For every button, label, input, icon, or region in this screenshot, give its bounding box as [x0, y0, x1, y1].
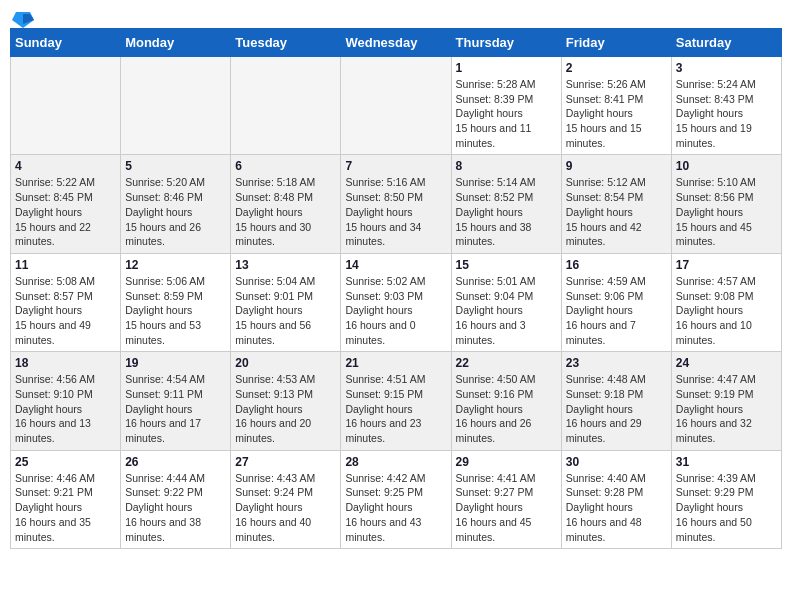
- weekday-header-monday: Monday: [121, 29, 231, 57]
- calendar-day-cell: 9Sunrise: 5:12 AMSunset: 8:54 PMDaylight…: [561, 155, 671, 253]
- day-number: 8: [456, 159, 557, 173]
- day-number: 16: [566, 258, 667, 272]
- day-number: 29: [456, 455, 557, 469]
- day-number: 7: [345, 159, 446, 173]
- page-header: [10, 10, 782, 24]
- weekday-header-sunday: Sunday: [11, 29, 121, 57]
- day-detail: Sunrise: 5:22 AMSunset: 8:45 PMDaylight …: [15, 175, 116, 248]
- day-detail: Sunrise: 5:28 AMSunset: 8:39 PMDaylight …: [456, 77, 557, 150]
- calendar-day-cell: 26Sunrise: 4:44 AMSunset: 9:22 PMDayligh…: [121, 450, 231, 548]
- calendar-day-cell: [121, 57, 231, 155]
- calendar-day-cell: 27Sunrise: 4:43 AMSunset: 9:24 PMDayligh…: [231, 450, 341, 548]
- calendar-day-cell: 11Sunrise: 5:08 AMSunset: 8:57 PMDayligh…: [11, 253, 121, 351]
- calendar-day-cell: 5Sunrise: 5:20 AMSunset: 8:46 PMDaylight…: [121, 155, 231, 253]
- day-number: 25: [15, 455, 116, 469]
- day-detail: Sunrise: 5:16 AMSunset: 8:50 PMDaylight …: [345, 175, 446, 248]
- calendar-day-cell: 1Sunrise: 5:28 AMSunset: 8:39 PMDaylight…: [451, 57, 561, 155]
- day-detail: Sunrise: 4:59 AMSunset: 9:06 PMDaylight …: [566, 274, 667, 347]
- calendar-day-cell: 12Sunrise: 5:06 AMSunset: 8:59 PMDayligh…: [121, 253, 231, 351]
- day-detail: Sunrise: 4:53 AMSunset: 9:13 PMDaylight …: [235, 372, 336, 445]
- calendar-day-cell: 28Sunrise: 4:42 AMSunset: 9:25 PMDayligh…: [341, 450, 451, 548]
- calendar-day-cell: 30Sunrise: 4:40 AMSunset: 9:28 PMDayligh…: [561, 450, 671, 548]
- calendar-day-cell: 25Sunrise: 4:46 AMSunset: 9:21 PMDayligh…: [11, 450, 121, 548]
- day-number: 1: [456, 61, 557, 75]
- calendar-week-row: 4Sunrise: 5:22 AMSunset: 8:45 PMDaylight…: [11, 155, 782, 253]
- day-detail: Sunrise: 4:51 AMSunset: 9:15 PMDaylight …: [345, 372, 446, 445]
- day-number: 19: [125, 356, 226, 370]
- day-number: 13: [235, 258, 336, 272]
- calendar-day-cell: [11, 57, 121, 155]
- calendar-day-cell: 31Sunrise: 4:39 AMSunset: 9:29 PMDayligh…: [671, 450, 781, 548]
- day-number: 18: [15, 356, 116, 370]
- day-number: 10: [676, 159, 777, 173]
- day-number: 20: [235, 356, 336, 370]
- weekday-header-wednesday: Wednesday: [341, 29, 451, 57]
- day-number: 27: [235, 455, 336, 469]
- calendar-day-cell: 22Sunrise: 4:50 AMSunset: 9:16 PMDayligh…: [451, 352, 561, 450]
- day-detail: Sunrise: 4:57 AMSunset: 9:08 PMDaylight …: [676, 274, 777, 347]
- calendar-day-cell: 6Sunrise: 5:18 AMSunset: 8:48 PMDaylight…: [231, 155, 341, 253]
- day-detail: Sunrise: 5:04 AMSunset: 9:01 PMDaylight …: [235, 274, 336, 347]
- calendar-day-cell: 14Sunrise: 5:02 AMSunset: 9:03 PMDayligh…: [341, 253, 451, 351]
- day-number: 24: [676, 356, 777, 370]
- day-detail: Sunrise: 5:06 AMSunset: 8:59 PMDaylight …: [125, 274, 226, 347]
- calendar-day-cell: 4Sunrise: 5:22 AMSunset: 8:45 PMDaylight…: [11, 155, 121, 253]
- day-number: 3: [676, 61, 777, 75]
- day-number: 5: [125, 159, 226, 173]
- calendar-day-cell: 17Sunrise: 4:57 AMSunset: 9:08 PMDayligh…: [671, 253, 781, 351]
- day-detail: Sunrise: 5:08 AMSunset: 8:57 PMDaylight …: [15, 274, 116, 347]
- calendar-week-row: 18Sunrise: 4:56 AMSunset: 9:10 PMDayligh…: [11, 352, 782, 450]
- day-detail: Sunrise: 5:14 AMSunset: 8:52 PMDaylight …: [456, 175, 557, 248]
- calendar-week-row: 25Sunrise: 4:46 AMSunset: 9:21 PMDayligh…: [11, 450, 782, 548]
- day-detail: Sunrise: 4:48 AMSunset: 9:18 PMDaylight …: [566, 372, 667, 445]
- day-number: 26: [125, 455, 226, 469]
- calendar-day-cell: 15Sunrise: 5:01 AMSunset: 9:04 PMDayligh…: [451, 253, 561, 351]
- calendar-day-cell: 2Sunrise: 5:26 AMSunset: 8:41 PMDaylight…: [561, 57, 671, 155]
- calendar-body: 1Sunrise: 5:28 AMSunset: 8:39 PMDaylight…: [11, 57, 782, 549]
- day-number: 30: [566, 455, 667, 469]
- day-number: 11: [15, 258, 116, 272]
- day-detail: Sunrise: 4:42 AMSunset: 9:25 PMDaylight …: [345, 471, 446, 544]
- calendar-day-cell: 10Sunrise: 5:10 AMSunset: 8:56 PMDayligh…: [671, 155, 781, 253]
- day-detail: Sunrise: 4:56 AMSunset: 9:10 PMDaylight …: [15, 372, 116, 445]
- day-number: 12: [125, 258, 226, 272]
- day-number: 23: [566, 356, 667, 370]
- day-detail: Sunrise: 4:44 AMSunset: 9:22 PMDaylight …: [125, 471, 226, 544]
- day-detail: Sunrise: 4:41 AMSunset: 9:27 PMDaylight …: [456, 471, 557, 544]
- day-number: 22: [456, 356, 557, 370]
- calendar-day-cell: 24Sunrise: 4:47 AMSunset: 9:19 PMDayligh…: [671, 352, 781, 450]
- calendar-day-cell: 7Sunrise: 5:16 AMSunset: 8:50 PMDaylight…: [341, 155, 451, 253]
- calendar-day-cell: 21Sunrise: 4:51 AMSunset: 9:15 PMDayligh…: [341, 352, 451, 450]
- day-detail: Sunrise: 4:43 AMSunset: 9:24 PMDaylight …: [235, 471, 336, 544]
- weekday-header-saturday: Saturday: [671, 29, 781, 57]
- calendar-day-cell: 16Sunrise: 4:59 AMSunset: 9:06 PMDayligh…: [561, 253, 671, 351]
- day-detail: Sunrise: 5:18 AMSunset: 8:48 PMDaylight …: [235, 175, 336, 248]
- day-detail: Sunrise: 5:01 AMSunset: 9:04 PMDaylight …: [456, 274, 557, 347]
- calendar-table: SundayMondayTuesdayWednesdayThursdayFrid…: [10, 28, 782, 549]
- calendar-day-cell: 18Sunrise: 4:56 AMSunset: 9:10 PMDayligh…: [11, 352, 121, 450]
- calendar-day-cell: 29Sunrise: 4:41 AMSunset: 9:27 PMDayligh…: [451, 450, 561, 548]
- day-number: 28: [345, 455, 446, 469]
- calendar-day-cell: [341, 57, 451, 155]
- day-number: 2: [566, 61, 667, 75]
- weekday-header-thursday: Thursday: [451, 29, 561, 57]
- weekday-header-friday: Friday: [561, 29, 671, 57]
- calendar-week-row: 1Sunrise: 5:28 AMSunset: 8:39 PMDaylight…: [11, 57, 782, 155]
- calendar-day-cell: 23Sunrise: 4:48 AMSunset: 9:18 PMDayligh…: [561, 352, 671, 450]
- day-number: 31: [676, 455, 777, 469]
- day-number: 15: [456, 258, 557, 272]
- day-number: 4: [15, 159, 116, 173]
- calendar-day-cell: 8Sunrise: 5:14 AMSunset: 8:52 PMDaylight…: [451, 155, 561, 253]
- day-number: 9: [566, 159, 667, 173]
- day-detail: Sunrise: 5:10 AMSunset: 8:56 PMDaylight …: [676, 175, 777, 248]
- day-number: 6: [235, 159, 336, 173]
- day-detail: Sunrise: 4:47 AMSunset: 9:19 PMDaylight …: [676, 372, 777, 445]
- day-detail: Sunrise: 4:46 AMSunset: 9:21 PMDaylight …: [15, 471, 116, 544]
- calendar-day-cell: 3Sunrise: 5:24 AMSunset: 8:43 PMDaylight…: [671, 57, 781, 155]
- weekday-header-tuesday: Tuesday: [231, 29, 341, 57]
- day-number: 21: [345, 356, 446, 370]
- day-detail: Sunrise: 4:39 AMSunset: 9:29 PMDaylight …: [676, 471, 777, 544]
- calendar-day-cell: [231, 57, 341, 155]
- day-detail: Sunrise: 5:24 AMSunset: 8:43 PMDaylight …: [676, 77, 777, 150]
- calendar-header-row: SundayMondayTuesdayWednesdayThursdayFrid…: [11, 29, 782, 57]
